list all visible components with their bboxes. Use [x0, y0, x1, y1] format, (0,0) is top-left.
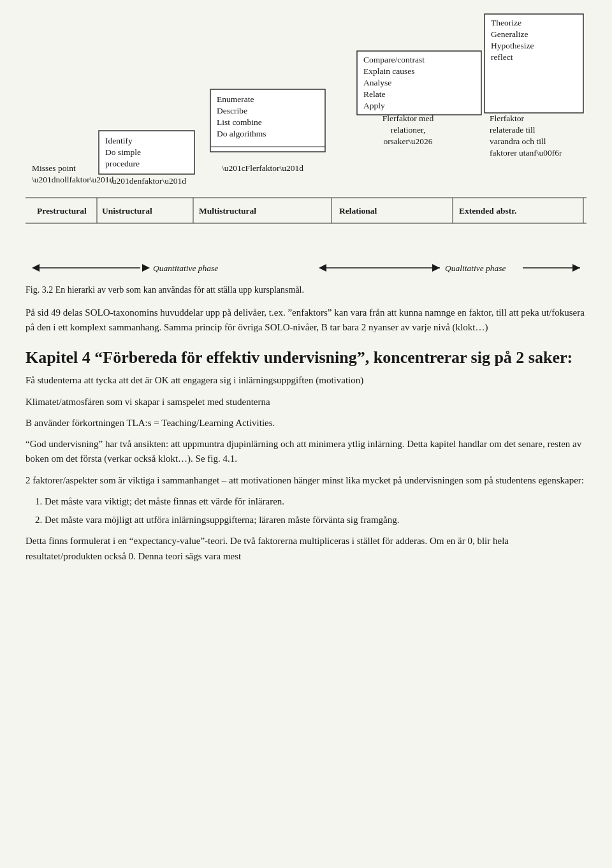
svg-text:procedure: procedure — [105, 159, 140, 168]
svg-text:Analyse: Analyse — [363, 78, 391, 87]
quantitative-label: Quantitative phase — [153, 263, 218, 273]
svg-marker-45 — [432, 264, 440, 272]
reflect-label: reflect — [491, 52, 513, 62]
chapter-heading: Kapitel 4 “Förbereda för effektiv underv… — [26, 347, 586, 369]
svg-marker-43 — [319, 264, 326, 272]
fig-caption: Fig. 3.2 En hierarki av verb som kan anv… — [26, 283, 586, 297]
svg-marker-47 — [572, 264, 580, 272]
svg-text:\u201cFlerfaktor\u201d: \u201cFlerfaktor\u201d — [222, 163, 303, 173]
svg-text:Relational: Relational — [339, 206, 377, 216]
phase-arrows: Quantitative phase Qualitative phase — [26, 259, 586, 277]
svg-text:Flerfaktor: Flerfaktor — [490, 114, 524, 123]
svg-text:Prestructural: Prestructural — [37, 206, 87, 216]
svg-text:Multistructural: Multistructural — [199, 206, 256, 216]
paragraph-1: På sid 49 delas SOLO-taxonomins huvuddel… — [26, 305, 586, 335]
bullet-motivation: Få studenterna att tycka att det är OK a… — [26, 373, 586, 388]
qualitative-label: Qualitative phase — [445, 263, 506, 273]
svg-text:relationer,: relationer, — [391, 125, 426, 135]
svg-text:Identify: Identify — [105, 136, 133, 145]
svg-text:Do simple: Do simple — [105, 147, 141, 157]
svg-text:\u201dnollfaktor\u201d: \u201dnollfaktor\u201d — [32, 175, 113, 184]
solo-diagram: Theorize Generalize Hypothesize reflect … — [26, 13, 586, 254]
svg-text:varandra och till: varandra och till — [490, 136, 546, 146]
svg-text:\u201denfaktor\u201d: \u201denfaktor\u201d — [110, 176, 186, 186]
svg-marker-40 — [32, 264, 40, 272]
hypothesize-label: Hypothesize — [491, 41, 534, 50]
svg-text:Extended abstr.: Extended abstr. — [459, 206, 516, 216]
svg-text:Misses point: Misses point — [32, 163, 76, 173]
svg-text:Enumerate: Enumerate — [217, 94, 254, 104]
svg-text:Compare/contrast: Compare/contrast — [363, 55, 425, 64]
generalize-label: Generalize — [491, 29, 528, 39]
svg-text:Describe: Describe — [217, 106, 247, 115]
svg-text:Unistructural: Unistructural — [102, 206, 152, 216]
god-undervisning-text: “God undervisning” har två ansikten: att… — [26, 437, 586, 467]
bullet-klimat: Klimatet/atmosfären som vi skapar i sams… — [26, 395, 586, 409]
svg-text:Explain causes: Explain causes — [363, 66, 415, 76]
svg-text:Relate: Relate — [363, 89, 385, 99]
tla-text: B använder förkortningen TLA:s = Teachin… — [26, 416, 586, 430]
list-item-1: Det måste vara viktigt; det måste finnas… — [45, 494, 586, 509]
faktorer-intro-text: 2 faktorer/aspekter som är viktiga i sam… — [26, 473, 586, 488]
svg-marker-42 — [142, 264, 150, 272]
expectancy-text: Detta finns formulerat i en “expectancy-… — [26, 534, 586, 564]
svg-text:Apply: Apply — [363, 101, 385, 110]
svg-text:List combine: List combine — [217, 117, 262, 127]
svg-text:Flerfaktor med: Flerfaktor med — [382, 114, 434, 123]
svg-text:relaterade till: relaterade till — [490, 125, 536, 135]
svg-text:orsaker\u2026: orsaker\u2026 — [383, 136, 432, 146]
svg-text:Do algorithms: Do algorithms — [217, 129, 266, 138]
faktorer-list: Det måste vara viktigt; det måste finnas… — [26, 494, 586, 528]
svg-text:faktorer utanf\u00f6r: faktorer utanf\u00f6r — [490, 148, 562, 158]
theorize-label: Theorize — [491, 18, 521, 27]
list-item-2: Det måste vara möjligt att utföra inlärn… — [45, 513, 586, 527]
